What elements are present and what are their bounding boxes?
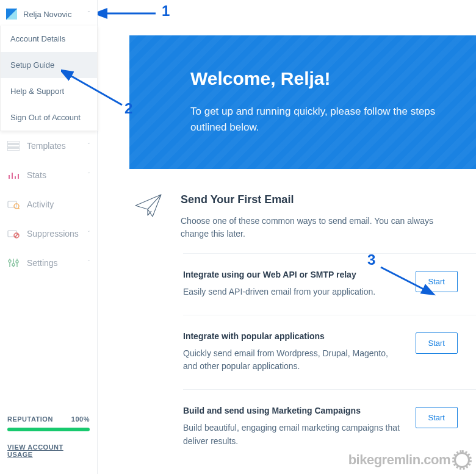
svg-line-20: [68, 74, 122, 105]
svg-point-16: [12, 264, 15, 266]
chevron-down-icon: ˇ: [88, 231, 90, 237]
hero-title: Welcome, Relja!: [190, 68, 443, 89]
start-button-campaigns[interactable]: Start: [416, 407, 458, 428]
watermark: bikegremlin.com: [348, 452, 470, 468]
task-description: Quickly send email from Wordpress, Drupa…: [183, 347, 403, 373]
task-title: Integrate with popular applications: [183, 331, 403, 341]
suppressions-icon: [7, 229, 20, 239]
nav-label: Suppressions: [27, 229, 81, 239]
sidebar-footer: REPUTATION 100% VIEW ACCOUNT USAGE: [0, 408, 97, 474]
nav-label: Stats: [27, 170, 81, 180]
annotation-arrow-2: [61, 68, 128, 111]
svg-rect-0: [7, 141, 20, 143]
annotation-number-2: 2: [124, 100, 132, 117]
chevron-down-icon: ˇ: [88, 260, 90, 267]
nav-suppressions[interactable]: Suppressions ˇ: [0, 219, 97, 248]
svg-point-18: [16, 260, 18, 263]
stats-icon: [7, 170, 20, 180]
chevron-down-icon: ˇ: [88, 11, 90, 18]
user-menu-trigger[interactable]: Relja Novovic ˇ: [0, 4, 97, 24]
section-description: Choose one of these common ways to send …: [181, 215, 476, 241]
view-account-usage-link[interactable]: VIEW ACCOUNT USAGE: [7, 443, 90, 467]
hero-banner: Welcome, Relja! To get up and running qu…: [129, 35, 476, 169]
sidebar-nav: Templates ˇ Stats ˇ Activity Suppression…: [0, 131, 97, 278]
chevron-down-icon: ˇ: [88, 172, 90, 179]
nav-settings[interactable]: Settings ˇ: [0, 248, 97, 278]
nav-label: Templates: [27, 141, 81, 151]
main-content: Welcome, Relja! To get up and running qu…: [98, 0, 476, 474]
chevron-down-icon: ˇ: [88, 143, 90, 149]
svg-rect-2: [7, 148, 20, 151]
nav-label: Activity: [27, 199, 90, 209]
nav-activity[interactable]: Activity: [0, 190, 97, 219]
annotation-number-3: 3: [367, 251, 375, 268]
annotation-number-1: 1: [162, 2, 170, 20]
task-title: Build and send using Marketing Campaigns: [183, 406, 403, 415]
hero-subtitle: To get up and running quickly, please fo…: [190, 104, 443, 136]
dropdown-account-details[interactable]: Account Details: [1, 26, 97, 52]
svg-line-9: [18, 208, 20, 209]
settings-icon: [7, 258, 20, 268]
first-email-section: Send Your First Email Choose one of thes…: [129, 169, 476, 253]
nav-label: Settings: [27, 258, 81, 268]
svg-line-21: [381, 267, 426, 290]
templates-icon: [7, 141, 20, 151]
annotation-arrow-1: [98, 6, 159, 24]
task-integrate-apps: Integrate with popular applications Quic…: [183, 315, 476, 389]
task-description: Build beautiful, engaging email marketin…: [183, 422, 403, 448]
reputation-label: REPUTATION: [7, 415, 53, 423]
watermark-text: bikegremlin.com: [348, 452, 450, 468]
logo-icon: [6, 9, 17, 20]
user-name: Relja Novovic: [23, 10, 82, 19]
nav-stats[interactable]: Stats ˇ: [0, 160, 97, 190]
svg-rect-1: [7, 145, 20, 147]
section-title: Send Your First Email: [181, 193, 476, 206]
annotation-arrow-3: [375, 261, 436, 298]
gear-icon: [454, 452, 470, 468]
activity-icon: [7, 199, 20, 209]
reputation-bar: [7, 428, 90, 431]
task-description: Easily send API-driven email from your a…: [183, 285, 403, 299]
svg-point-14: [9, 260, 11, 262]
nav-templates[interactable]: Templates ˇ: [0, 131, 97, 160]
task-title: Integrate using our Web API or SMTP rela…: [183, 270, 403, 279]
paper-plane-icon: [134, 193, 162, 218]
reputation-value: 100%: [71, 415, 90, 423]
start-button-apps[interactable]: Start: [416, 332, 458, 354]
